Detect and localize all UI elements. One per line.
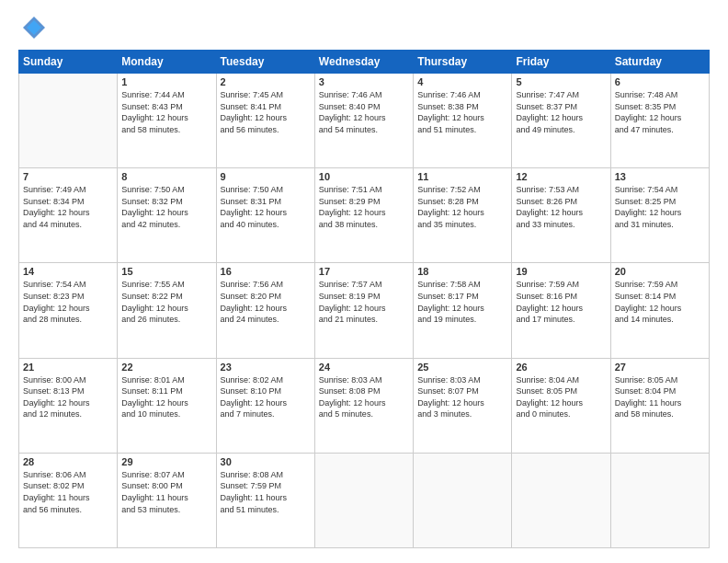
day-number: 4 [417, 76, 507, 87]
header-day: Friday [512, 51, 610, 74]
day-info: Sunrise: 7:53 AM Sunset: 8:26 PM Dayligh… [516, 184, 606, 230]
day-number: 26 [516, 362, 606, 373]
calendar-cell: 29Sunrise: 8:07 AM Sunset: 8:00 PM Dayli… [118, 453, 216, 547]
calendar-cell: 18Sunrise: 7:58 AM Sunset: 8:17 PM Dayli… [414, 263, 512, 358]
day-number: 12 [516, 171, 606, 182]
header-day: Wednesday [314, 51, 413, 74]
calendar-cell: 9Sunrise: 7:50 AM Sunset: 8:31 PM Daylig… [216, 168, 314, 263]
calendar-cell: 27Sunrise: 8:05 AM Sunset: 8:04 PM Dayli… [610, 358, 709, 453]
calendar-cell: 7Sunrise: 7:49 AM Sunset: 8:34 PM Daylig… [19, 168, 118, 263]
calendar-week-row: 1Sunrise: 7:44 AM Sunset: 8:43 PM Daylig… [19, 74, 710, 168]
day-number: 24 [319, 362, 409, 373]
day-info: Sunrise: 7:55 AM Sunset: 8:22 PM Dayligh… [121, 279, 211, 325]
day-info: Sunrise: 8:08 AM Sunset: 7:59 PM Dayligh… [221, 469, 311, 515]
calendar-cell [19, 74, 118, 168]
day-info: Sunrise: 8:05 AM Sunset: 8:04 PM Dayligh… [615, 374, 705, 420]
day-info: Sunrise: 7:50 AM Sunset: 8:32 PM Dayligh… [121, 184, 211, 230]
calendar-cell: 1Sunrise: 7:44 AM Sunset: 8:43 PM Daylig… [118, 74, 216, 168]
day-info: Sunrise: 7:44 AM Sunset: 8:43 PM Dayligh… [121, 89, 211, 135]
calendar-cell: 4Sunrise: 7:46 AM Sunset: 8:38 PM Daylig… [414, 74, 512, 168]
day-number: 23 [221, 362, 311, 373]
header-day: Sunday [19, 51, 118, 74]
header-day: Saturday [610, 51, 709, 74]
calendar-cell: 16Sunrise: 7:56 AM Sunset: 8:20 PM Dayli… [216, 263, 314, 358]
header-day: Thursday [414, 51, 512, 74]
calendar-cell: 2Sunrise: 7:45 AM Sunset: 8:41 PM Daylig… [216, 74, 314, 168]
day-number: 30 [221, 456, 311, 467]
calendar-cell: 13Sunrise: 7:54 AM Sunset: 8:25 PM Dayli… [610, 168, 709, 263]
day-info: Sunrise: 7:50 AM Sunset: 8:31 PM Dayligh… [221, 184, 311, 230]
day-number: 11 [417, 171, 507, 182]
day-info: Sunrise: 8:01 AM Sunset: 8:11 PM Dayligh… [121, 374, 211, 420]
calendar-cell [314, 453, 413, 547]
logo [18, 15, 47, 40]
calendar-cell: 23Sunrise: 8:02 AM Sunset: 8:10 PM Dayli… [216, 358, 314, 453]
day-info: Sunrise: 8:02 AM Sunset: 8:10 PM Dayligh… [221, 374, 311, 420]
calendar-table: SundayMondayTuesdayWednesdayThursdayFrid… [18, 50, 710, 548]
day-number: 9 [221, 171, 311, 182]
header-day: Monday [118, 51, 216, 74]
day-number: 6 [615, 76, 705, 87]
day-number: 17 [319, 266, 409, 277]
day-info: Sunrise: 8:06 AM Sunset: 8:02 PM Dayligh… [23, 469, 113, 515]
calendar-page: SundayMondayTuesdayWednesdayThursdayFrid… [0, 0, 728, 563]
calendar-cell: 21Sunrise: 8:00 AM Sunset: 8:13 PM Dayli… [19, 358, 118, 453]
day-number: 28 [23, 456, 113, 467]
day-number: 20 [615, 266, 705, 277]
calendar-cell: 14Sunrise: 7:54 AM Sunset: 8:23 PM Dayli… [19, 263, 118, 358]
day-info: Sunrise: 7:56 AM Sunset: 8:20 PM Dayligh… [221, 279, 311, 325]
calendar-cell: 25Sunrise: 8:03 AM Sunset: 8:07 PM Dayli… [414, 358, 512, 453]
calendar-cell: 11Sunrise: 7:52 AM Sunset: 8:28 PM Dayli… [414, 168, 512, 263]
day-number: 15 [121, 266, 211, 277]
day-info: Sunrise: 7:54 AM Sunset: 8:25 PM Dayligh… [615, 184, 705, 230]
day-number: 1 [121, 76, 211, 87]
day-info: Sunrise: 7:52 AM Sunset: 8:28 PM Dayligh… [417, 184, 507, 230]
calendar-cell: 22Sunrise: 8:01 AM Sunset: 8:11 PM Dayli… [118, 358, 216, 453]
day-info: Sunrise: 8:03 AM Sunset: 8:07 PM Dayligh… [417, 374, 507, 420]
day-info: Sunrise: 8:00 AM Sunset: 8:13 PM Dayligh… [23, 374, 113, 420]
day-number: 19 [516, 266, 606, 277]
day-number: 16 [221, 266, 311, 277]
day-number: 27 [615, 362, 705, 373]
calendar-cell: 24Sunrise: 8:03 AM Sunset: 8:08 PM Dayli… [314, 358, 413, 453]
day-info: Sunrise: 8:07 AM Sunset: 8:00 PM Dayligh… [121, 469, 211, 515]
calendar-cell: 3Sunrise: 7:46 AM Sunset: 8:40 PM Daylig… [314, 74, 413, 168]
calendar-cell [512, 453, 610, 547]
calendar-cell: 30Sunrise: 8:08 AM Sunset: 7:59 PM Dayli… [216, 453, 314, 547]
calendar-week-row: 7Sunrise: 7:49 AM Sunset: 8:34 PM Daylig… [19, 168, 710, 263]
day-info: Sunrise: 7:46 AM Sunset: 8:40 PM Dayligh… [319, 89, 409, 135]
day-number: 7 [23, 171, 113, 182]
day-number: 25 [417, 362, 507, 373]
logo-icon [21, 15, 47, 40]
day-info: Sunrise: 7:54 AM Sunset: 8:23 PM Dayligh… [23, 279, 113, 325]
calendar-cell [414, 453, 512, 547]
day-info: Sunrise: 8:03 AM Sunset: 8:08 PM Dayligh… [319, 374, 409, 420]
header-day: Tuesday [216, 51, 314, 74]
calendar-cell: 12Sunrise: 7:53 AM Sunset: 8:26 PM Dayli… [512, 168, 610, 263]
day-info: Sunrise: 7:45 AM Sunset: 8:41 PM Dayligh… [221, 89, 311, 135]
day-info: Sunrise: 7:47 AM Sunset: 8:37 PM Dayligh… [516, 89, 606, 135]
day-info: Sunrise: 7:59 AM Sunset: 8:14 PM Dayligh… [615, 279, 705, 325]
day-number: 22 [121, 362, 211, 373]
day-number: 13 [615, 171, 705, 182]
day-number: 2 [221, 76, 311, 87]
calendar-cell: 20Sunrise: 7:59 AM Sunset: 8:14 PM Dayli… [610, 263, 709, 358]
day-info: Sunrise: 7:49 AM Sunset: 8:34 PM Dayligh… [23, 184, 113, 230]
day-info: Sunrise: 7:48 AM Sunset: 8:35 PM Dayligh… [615, 89, 705, 135]
calendar-cell: 26Sunrise: 8:04 AM Sunset: 8:05 PM Dayli… [512, 358, 610, 453]
day-number: 18 [417, 266, 507, 277]
day-number: 14 [23, 266, 113, 277]
day-number: 3 [319, 76, 409, 87]
calendar-week-row: 21Sunrise: 8:00 AM Sunset: 8:13 PM Dayli… [19, 358, 710, 453]
day-info: Sunrise: 7:58 AM Sunset: 8:17 PM Dayligh… [417, 279, 507, 325]
day-number: 10 [319, 171, 409, 182]
calendar-cell: 6Sunrise: 7:48 AM Sunset: 8:35 PM Daylig… [610, 74, 709, 168]
calendar-cell: 5Sunrise: 7:47 AM Sunset: 8:37 PM Daylig… [512, 74, 610, 168]
day-info: Sunrise: 7:57 AM Sunset: 8:19 PM Dayligh… [319, 279, 409, 325]
calendar-week-row: 14Sunrise: 7:54 AM Sunset: 8:23 PM Dayli… [19, 263, 710, 358]
day-number: 8 [121, 171, 211, 182]
calendar-cell: 10Sunrise: 7:51 AM Sunset: 8:29 PM Dayli… [314, 168, 413, 263]
header-row: SundayMondayTuesdayWednesdayThursdayFrid… [19, 51, 710, 74]
calendar-cell: 17Sunrise: 7:57 AM Sunset: 8:19 PM Dayli… [314, 263, 413, 358]
header [18, 15, 710, 40]
